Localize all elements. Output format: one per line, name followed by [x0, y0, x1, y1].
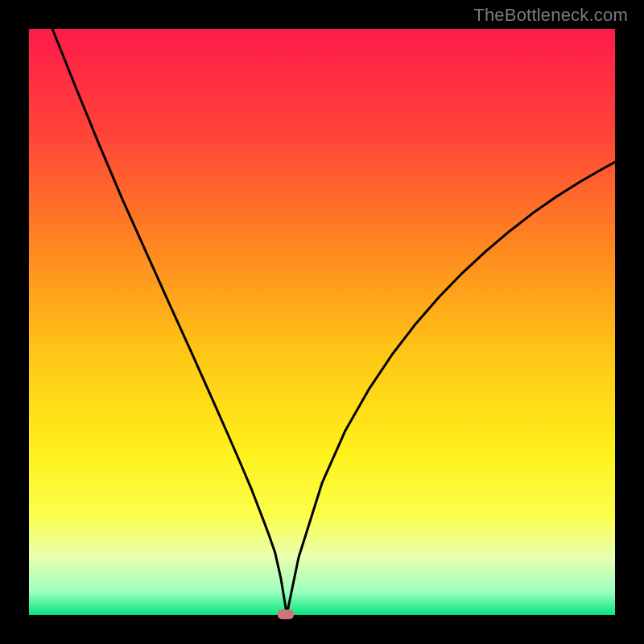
plot-background	[29, 29, 615, 615]
watermark-text: TheBottleneck.com	[473, 5, 628, 26]
bottleneck-chart	[0, 0, 644, 644]
chart-container: TheBottleneck.com	[0, 0, 644, 644]
minimum-marker	[278, 609, 294, 619]
